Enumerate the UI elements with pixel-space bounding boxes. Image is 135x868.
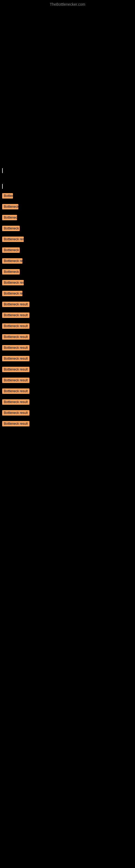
list-item: Bottleneck result xyxy=(0,343,135,353)
list-item: Bottleneck result xyxy=(0,191,135,201)
bottleneck-result-20[interactable]: Bottleneck result xyxy=(2,399,30,405)
list-item: Bottleneck result xyxy=(0,289,135,299)
list-item: Bottleneck result xyxy=(0,376,135,386)
bottleneck-result-21[interactable]: Bottleneck result xyxy=(2,410,30,415)
bottleneck-result-6[interactable]: Bottleneck result xyxy=(2,247,20,253)
list-item: Bottleneck result xyxy=(0,203,135,212)
bottleneck-result-11[interactable]: Bottleneck result xyxy=(2,302,30,307)
list-item: Bottleneck result xyxy=(0,224,135,234)
list-item: Bottleneck result xyxy=(0,311,135,321)
content-area: Bottleneck result Bottleneck result Bott… xyxy=(0,163,135,433)
list-item: Bottleneck result xyxy=(0,387,135,397)
site-title: TheBottlenecker.com xyxy=(50,2,85,6)
list-item: Bottleneck result xyxy=(0,235,135,245)
bottleneck-result-4[interactable]: Bottleneck result xyxy=(2,226,20,231)
list-item: Bottleneck result xyxy=(0,278,135,288)
bottleneck-result-16[interactable]: Bottleneck result xyxy=(2,356,30,361)
list-item: Bottleneck result xyxy=(0,365,135,375)
list-item: Bottleneck result xyxy=(0,300,135,310)
bottleneck-result-12[interactable]: Bottleneck result xyxy=(2,312,30,318)
bottleneck-result-10[interactable]: Bottleneck result xyxy=(2,291,22,296)
bottleneck-result-19[interactable]: Bottleneck result xyxy=(2,389,30,394)
bottleneck-result-3[interactable]: Bottleneck result xyxy=(2,215,17,220)
cursor-line-2 xyxy=(2,184,3,189)
bottleneck-result-13[interactable]: Bottleneck result xyxy=(2,323,30,329)
bottleneck-result-14[interactable]: Bottleneck result xyxy=(2,334,30,340)
bottleneck-result-8[interactable]: Bottleneck result xyxy=(2,269,20,275)
list-item: Bottleneck result xyxy=(0,354,135,364)
list-item: Bottleneck result xyxy=(0,322,135,332)
list-item: Bottleneck result xyxy=(0,213,135,223)
bottleneck-result-17[interactable]: Bottleneck result xyxy=(2,367,30,372)
cursor-line-1 xyxy=(2,168,3,173)
bottleneck-result-7[interactable]: Bottleneck result xyxy=(2,258,22,264)
bottleneck-result-15[interactable]: Bottleneck result xyxy=(2,345,30,350)
bottleneck-result-1[interactable]: Bottleneck result xyxy=(2,193,13,198)
list-item: Bottleneck result xyxy=(0,420,135,429)
bottleneck-result-18[interactable]: Bottleneck result xyxy=(2,378,30,383)
bottleneck-result-2[interactable]: Bottleneck result xyxy=(2,204,18,209)
list-item: Bottleneck result xyxy=(0,257,135,267)
list-item: Bottleneck result xyxy=(0,268,135,277)
bottleneck-result-5[interactable]: Bottleneck result xyxy=(2,237,24,242)
bottleneck-result-22[interactable]: Bottleneck result xyxy=(2,421,30,426)
bottleneck-result-9[interactable]: Bottleneck result xyxy=(2,280,24,285)
list-item: Bottleneck result xyxy=(0,333,135,342)
list-item: Bottleneck result xyxy=(0,398,135,407)
list-item: Bottleneck result xyxy=(0,408,135,418)
list-item: Bottleneck result xyxy=(0,246,135,255)
